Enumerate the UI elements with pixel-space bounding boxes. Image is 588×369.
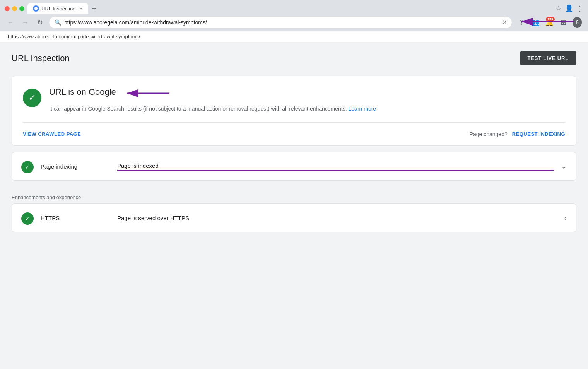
reload-button[interactable]: ↻ bbox=[34, 17, 46, 28]
https-check-icon: ✓ bbox=[25, 215, 30, 222]
main-content: URL Inspection TEST LIVE URL ✓ URL is on… bbox=[0, 42, 588, 248]
learn-more-link[interactable]: Learn more bbox=[349, 106, 376, 112]
close-button[interactable] bbox=[5, 6, 10, 11]
tab-bar: URL Inspection × + bbox=[27, 3, 552, 14]
chevron-down-icon: ⌄ bbox=[561, 162, 567, 171]
purple-arrow-status bbox=[123, 87, 173, 101]
status-icon-circle: ✓ bbox=[23, 89, 41, 107]
active-tab[interactable]: URL Inspection × bbox=[27, 3, 88, 14]
indexing-card[interactable]: ✓ Page indexing Page is indexed ⌄ bbox=[12, 152, 576, 181]
https-status: Page is served over HTTPS bbox=[117, 215, 557, 221]
indexing-label: Page indexing bbox=[41, 163, 110, 170]
indexing-status-icon: ✓ bbox=[21, 161, 34, 173]
page-content: https://www.aboregela.com/amipride-withd… bbox=[0, 31, 588, 348]
profile-icon[interactable]: 👤 bbox=[565, 4, 573, 13]
address-bar: 🔍 × bbox=[49, 16, 512, 29]
https-card-inner[interactable]: ✓ HTTPS Page is served over HTTPS › bbox=[12, 204, 576, 232]
navigation-bar: ← → ↻ 🔍 × ? bbox=[0, 14, 588, 31]
forward-button[interactable]: → bbox=[19, 17, 31, 28]
notifications-button[interactable]: 🔔 259 bbox=[543, 16, 556, 29]
check-icon: ✓ bbox=[29, 93, 36, 103]
search-icon: 🔍 bbox=[55, 19, 61, 26]
help-button[interactable]: ? bbox=[515, 16, 528, 29]
bookmark-icon[interactable]: ☆ bbox=[556, 4, 562, 13]
chevron-right-icon: › bbox=[564, 214, 567, 222]
tab-favicon bbox=[33, 5, 39, 12]
page-changed-text: Page changed? bbox=[470, 131, 508, 137]
test-live-url-button[interactable]: TEST LIVE URL bbox=[520, 51, 576, 65]
enhancements-section-label: Enhancements and experience bbox=[12, 187, 576, 203]
page-changed-row: Page changed? REQUEST INDEXING bbox=[470, 128, 565, 140]
page-title: URL Inspection bbox=[12, 53, 70, 63]
url-preview-text: https://www.aboregela.com/amipride-withd… bbox=[8, 34, 140, 39]
minimize-button[interactable] bbox=[12, 6, 17, 11]
https-card[interactable]: ✓ HTTPS Page is served over HTTPS › bbox=[12, 203, 576, 232]
help-icon: ? bbox=[520, 19, 523, 27]
url-preview-bar: https://www.aboregela.com/amipride-withd… bbox=[0, 31, 588, 42]
card-actions: VIEW CRAWLED PAGE Page changed? REQUEST … bbox=[12, 123, 576, 145]
status-title: URL is on Google bbox=[49, 87, 116, 97]
indexing-check-icon: ✓ bbox=[25, 164, 30, 170]
status-text-block: URL is on Google bbox=[49, 87, 565, 113]
view-crawled-page-button[interactable]: VIEW CRAWLED PAGE bbox=[23, 128, 81, 140]
accounts-icon: 👥 bbox=[531, 18, 540, 27]
status-description: It can appear in Google Search results (… bbox=[49, 105, 565, 113]
https-label: HTTPS bbox=[41, 215, 110, 221]
notification-badge: 259 bbox=[546, 17, 555, 22]
back-button[interactable]: ← bbox=[5, 17, 16, 28]
maximize-button[interactable] bbox=[19, 6, 24, 11]
status-header: ✓ URL is on Google bbox=[12, 76, 576, 123]
status-row: ✓ URL is on Google bbox=[23, 87, 565, 123]
menu-icon[interactable]: ⋮ bbox=[576, 4, 583, 13]
new-tab-button[interactable]: + bbox=[90, 4, 99, 13]
toolbar-right: ? 👥 🔔 259 ⊞ 6 bbox=[515, 16, 583, 29]
indexing-status: Page is indexed bbox=[117, 162, 554, 171]
status-card: ✓ URL is on Google bbox=[12, 76, 576, 146]
apps-button[interactable]: ⊞ bbox=[557, 16, 569, 29]
tab-close-icon[interactable]: × bbox=[79, 5, 82, 12]
accounts-button[interactable]: 👥 bbox=[529, 16, 542, 29]
svg-point-0 bbox=[34, 7, 38, 10]
address-input[interactable] bbox=[64, 19, 500, 26]
request-indexing-button[interactable]: REQUEST INDEXING bbox=[512, 128, 565, 140]
indexing-card-inner[interactable]: ✓ Page indexing Page is indexed ⌄ bbox=[12, 152, 576, 180]
page-header: URL Inspection TEST LIVE URL bbox=[12, 51, 576, 65]
user-avatar: 6 bbox=[573, 17, 582, 28]
avatar-button[interactable]: 6 bbox=[571, 16, 583, 29]
address-clear-button[interactable]: × bbox=[503, 19, 506, 26]
tab-title: URL Inspection bbox=[41, 6, 75, 12]
window-controls bbox=[5, 6, 24, 11]
apps-icon: ⊞ bbox=[561, 18, 566, 27]
https-status-icon: ✓ bbox=[21, 212, 34, 225]
